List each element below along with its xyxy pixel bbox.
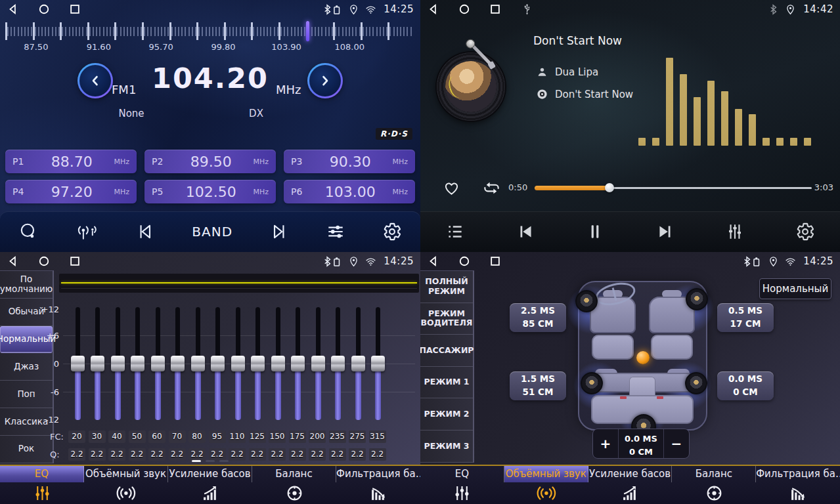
q-value[interactable]: 2.2 — [229, 448, 246, 461]
eq-band-315-slider[interactable] — [371, 307, 386, 420]
slider-knob[interactable] — [371, 356, 385, 371]
eq-band-200-slider[interactable] — [311, 307, 325, 420]
fc-value[interactable]: 200 — [309, 430, 326, 443]
fc-value[interactable]: 80 — [188, 430, 206, 443]
mixer-button[interactable] — [326, 222, 345, 242]
slider-knob[interactable] — [151, 356, 165, 371]
mode-3[interactable]: РЕЖИМ 1 — [420, 367, 473, 399]
home-icon[interactable] — [37, 3, 51, 16]
rear-left-speaker-icon[interactable] — [581, 372, 603, 394]
tab-balance[interactable]: Баланс — [672, 466, 756, 504]
fc-value[interactable]: 40 — [108, 430, 125, 443]
eq-band-95-slider[interactable] — [211, 307, 225, 420]
eq-band-30-slider[interactable] — [91, 307, 105, 420]
settings-button[interactable] — [382, 222, 402, 242]
back-icon[interactable] — [7, 3, 20, 16]
eq-band-275-slider[interactable] — [351, 307, 365, 420]
back-icon[interactable] — [427, 255, 440, 268]
slider-knob[interactable] — [311, 356, 325, 371]
q-value[interactable]: 2.2 — [289, 448, 306, 461]
q-value[interactable]: 2.2 — [188, 448, 206, 461]
album-art-vinyl[interactable] — [437, 52, 505, 121]
q-value[interactable]: 2.2 — [108, 448, 125, 461]
listener-position-ball[interactable] — [636, 351, 650, 364]
rear-right-speaker-icon[interactable] — [685, 372, 707, 394]
slider-knob[interactable] — [131, 356, 144, 371]
q-value[interactable]: 2.2 — [329, 448, 346, 461]
radio-preset-P1[interactable]: P1 88.70 MHz — [5, 150, 137, 173]
home-icon[interactable] — [458, 3, 471, 16]
fc-value[interactable]: 20 — [68, 430, 85, 443]
seek-down-button[interactable] — [77, 63, 113, 98]
q-value[interactable]: 2.2 — [269, 448, 286, 461]
radio-preset-P5[interactable]: P5 102.50 MHz — [144, 180, 276, 203]
repeat-button[interactable] — [482, 180, 501, 196]
home-icon[interactable] — [37, 255, 51, 268]
radio-preset-P3[interactable]: P3 90.30 MHz — [284, 150, 415, 173]
recents-icon[interactable] — [68, 255, 81, 268]
slider-knob[interactable] — [291, 356, 305, 371]
fc-value[interactable]: 60 — [148, 430, 166, 443]
tab-bass-boost[interactable]: Усиление басов — [588, 466, 673, 504]
home-icon[interactable] — [458, 255, 471, 268]
radio-preset-P6[interactable]: P6 103.00 MHz — [284, 180, 415, 203]
eq-band-150-slider[interactable] — [271, 307, 285, 420]
mode-1[interactable]: РЕЖИМ ВОДИТЕЛЯ — [420, 303, 473, 335]
slider-knob[interactable] — [191, 356, 205, 371]
equalizer-button[interactable] — [725, 222, 745, 242]
fc-value[interactable]: 315 — [369, 430, 386, 443]
delay-decrease-button[interactable]: − — [663, 429, 689, 458]
q-value[interactable]: 2.2 — [369, 448, 386, 461]
pause-button[interactable] — [585, 222, 605, 242]
fc-value[interactable]: 30 — [89, 430, 106, 443]
slider-knob[interactable] — [211, 356, 225, 371]
radio-preset-P2[interactable]: P2 89.50 MHz — [144, 150, 276, 173]
eq-band-235-slider[interactable] — [331, 307, 345, 420]
mode-5[interactable]: РЕЖИМ 3 — [420, 430, 473, 463]
fc-value[interactable]: 125 — [249, 430, 266, 443]
front-right-delay-button[interactable]: 0.5 MS 17 CM — [717, 303, 774, 332]
tab-balance[interactable]: Баланс — [252, 466, 336, 504]
q-value[interactable]: 2.2 — [68, 448, 85, 461]
tab-eq[interactable]: EQ — [0, 466, 84, 504]
fc-value[interactable]: 275 — [349, 430, 366, 443]
eq-preset-6[interactable]: Рок — [0, 436, 53, 463]
eq-band-60-slider[interactable] — [150, 307, 165, 420]
slider-knob[interactable] — [171, 356, 185, 371]
recents-icon[interactable] — [489, 255, 502, 268]
fc-value[interactable]: 95 — [209, 430, 226, 443]
recents-icon[interactable] — [68, 3, 81, 16]
fc-value[interactable]: 110 — [229, 430, 246, 443]
mode-2[interactable]: ПАССАЖИР — [420, 335, 473, 367]
front-right-speaker-icon[interactable] — [686, 288, 708, 310]
next-track-button[interactable] — [655, 222, 675, 242]
front-left-delay-button[interactable]: 2.5 MS 85 CM — [510, 303, 566, 332]
band-button[interactable]: BAND — [192, 224, 232, 240]
slider-knob[interactable] — [71, 356, 85, 371]
radio-preset-P4[interactable]: P4 97.20 MHz — [5, 180, 137, 203]
fc-value[interactable]: 175 — [289, 430, 306, 443]
mode-0[interactable]: ПОЛНЫЙ РЕЖИМ — [420, 271, 473, 303]
q-value[interactable]: 2.2 — [349, 448, 366, 461]
broadcast-button[interactable] — [75, 222, 99, 242]
settings-button[interactable] — [795, 222, 815, 242]
fc-value[interactable]: 235 — [329, 430, 346, 443]
eq-preset-0[interactable]: По умолчанию — [0, 271, 53, 299]
q-value[interactable]: 2.2 — [209, 448, 226, 461]
q-value[interactable]: 2.2 — [89, 448, 106, 461]
tab-surround[interactable]: Объёмный звук — [504, 466, 588, 504]
back-icon[interactable] — [427, 3, 440, 16]
slider-knob[interactable] — [251, 356, 265, 371]
slider-knob[interactable] — [111, 356, 125, 371]
tab-bass-filter[interactable]: Фильтрация ба… — [336, 466, 420, 504]
eq-band-20-slider[interactable] — [70, 307, 85, 420]
eq-band-110-slider[interactable] — [231, 307, 245, 420]
surround-preset-button[interactable]: Нормальный — [759, 278, 831, 299]
tab-eq[interactable]: EQ — [420, 466, 504, 504]
favorite-button[interactable] — [443, 180, 460, 196]
previous-track-button[interactable] — [516, 222, 535, 242]
playlist-button[interactable] — [445, 222, 465, 242]
slider-knob[interactable] — [331, 356, 345, 371]
scan-button[interactable] — [18, 222, 38, 242]
seek-up-button[interactable] — [307, 63, 343, 98]
